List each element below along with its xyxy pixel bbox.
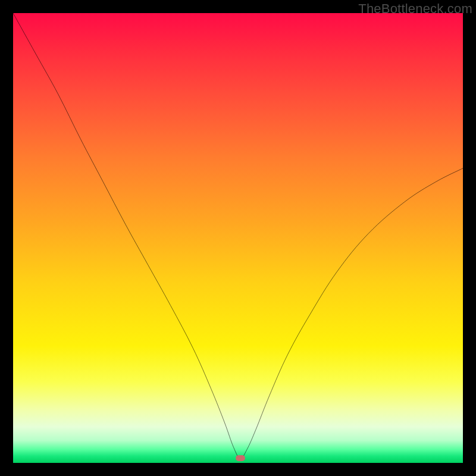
chart-frame: TheBottleneck.com	[0, 0, 476, 476]
minimum-marker	[236, 455, 245, 461]
bottleneck-curve	[13, 13, 463, 458]
plot-area	[13, 13, 463, 463]
watermark-text: TheBottleneck.com	[358, 1, 472, 17]
curve-svg	[13, 13, 463, 463]
